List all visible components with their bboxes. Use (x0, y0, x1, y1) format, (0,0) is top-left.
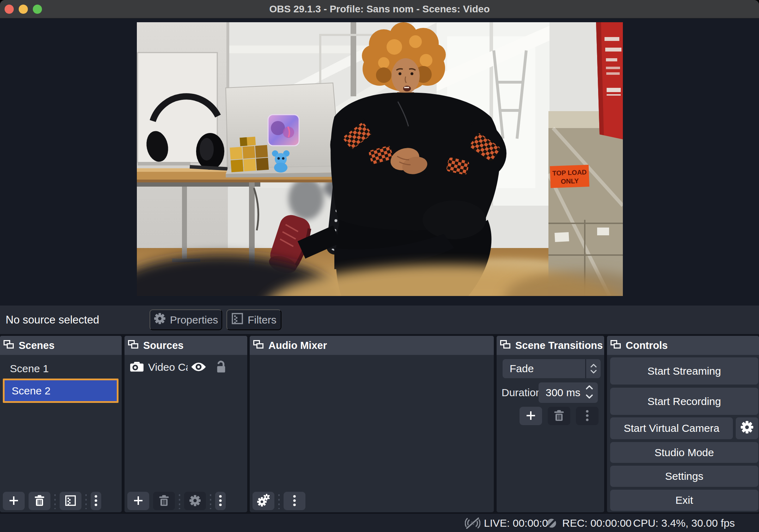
duration-label: Duration (502, 387, 541, 399)
source-item-label: Video Cap (148, 361, 188, 373)
chevron-up-down-icon (585, 359, 601, 378)
source-status-text: No source selected (6, 306, 99, 334)
mixer-settings-button[interactable] (253, 492, 274, 510)
source-properties-button[interactable] (184, 492, 206, 510)
filters-button[interactable]: Filters (226, 309, 281, 330)
red-warning-sign (596, 22, 623, 139)
add-source-button[interactable] (127, 492, 149, 510)
cpu-usage: CPU: 3.4%, 30.00 fps (633, 514, 735, 532)
scene-transitions-panel-title: Scene Transitions (515, 340, 603, 351)
remove-scene-button[interactable] (29, 492, 50, 510)
duration-value: 300 ms (546, 382, 580, 403)
source-toolbar: No source selected Properties (0, 306, 759, 334)
toolbar-separator (54, 493, 56, 509)
virtual-camera-settings-button[interactable] (736, 417, 758, 439)
camera-icon (130, 361, 144, 374)
spinner-up-icon[interactable] (585, 385, 594, 391)
sources-menu-button[interactable] (215, 492, 226, 510)
status-bar: LIVE: 00:00:00 REC: 00:00:00 CPU: 3.4%, … (0, 513, 759, 532)
svg-text:ONLY: ONLY (561, 177, 579, 185)
transition-properties-button[interactable] (576, 407, 599, 425)
studio-mode-button[interactable]: Studio Mode (610, 442, 758, 463)
sources-panel: Sources Video Cap (125, 336, 247, 512)
source-item[interactable]: Video Cap (125, 358, 247, 376)
ellipsis-icon (95, 495, 97, 508)
record-status-icon (546, 514, 557, 532)
titlebar: OBS 29.1.3 - Profile: Sans nom - Scenes:… (0, 0, 759, 18)
properties-button[interactable]: Properties (150, 309, 222, 330)
ellipsis-icon (586, 410, 589, 423)
trash-icon (554, 410, 564, 422)
scenes-menu-button[interactable] (91, 492, 101, 510)
dock-float-icon (611, 339, 621, 352)
filters-icon (231, 313, 243, 327)
trash-icon (35, 495, 44, 507)
trash-icon (159, 495, 169, 507)
remove-source-button[interactable] (153, 492, 175, 510)
scene-transitions-panel: Scene Transitions Fade Duration 300 ms (497, 336, 604, 512)
live-timer: LIVE: 00:00:00 (484, 514, 554, 532)
toolbar-separator (179, 493, 180, 509)
window-title: OBS 29.1.3 - Profile: Sans nom - Scenes:… (0, 0, 759, 18)
gear-icon (154, 313, 166, 327)
preview-area: TOP LOAD ONLY (0, 18, 759, 306)
sources-toolbar (127, 492, 226, 510)
video-scene: TOP LOAD ONLY (137, 22, 623, 296)
mixer-toolbar (253, 492, 305, 510)
scene-transitions-panel-header[interactable]: Scene Transitions (497, 336, 604, 355)
mixer-menu-button[interactable] (284, 492, 305, 510)
scenes-panel-title: Scenes (19, 340, 55, 351)
toolbar-separator (210, 493, 211, 509)
filters-icon (65, 495, 76, 507)
audio-mixer-panel-header[interactable]: Audio Mixer (250, 336, 494, 355)
toolbar-separator (85, 493, 87, 509)
eye-icon (190, 361, 207, 374)
scenes-panel-header[interactable]: Scenes (0, 336, 122, 355)
audio-mixer-panel: Audio Mixer (250, 336, 494, 512)
add-scene-button[interactable] (3, 492, 25, 510)
gear-icon (189, 495, 201, 508)
duration-input[interactable]: 300 ms (539, 382, 598, 403)
scenes-toolbar (3, 492, 101, 510)
audio-mixer-panel-title: Audio Mixer (268, 340, 327, 351)
transitions-toolbar (520, 407, 599, 425)
laptop-sticker (268, 115, 299, 146)
dock-float-icon (4, 339, 14, 352)
controls-panel-title: Controls (626, 340, 668, 351)
source-lock-button[interactable] (216, 361, 226, 374)
transition-select[interactable]: Fade (503, 359, 601, 378)
spinner-down-icon[interactable] (585, 394, 594, 400)
video-preview[interactable]: TOP LOAD ONLY (137, 22, 623, 296)
start-virtual-camera-button[interactable]: Start Virtual Camera (610, 417, 733, 439)
rec-timer: REC: 00:00:00 (562, 514, 632, 532)
plus-icon (8, 495, 19, 507)
sources-panel-header[interactable]: Sources (125, 336, 247, 355)
exit-button[interactable]: Exit (610, 490, 758, 511)
remove-transition-button[interactable] (548, 407, 570, 425)
dock-float-icon (253, 339, 264, 352)
settings-button[interactable]: Settings (610, 466, 758, 487)
svg-text:TOP LOAD: TOP LOAD (552, 168, 587, 177)
start-streaming-button[interactable]: Start Streaming (610, 357, 758, 385)
transition-select-value: Fade (510, 359, 534, 378)
gear-icon (740, 421, 754, 436)
source-visibility-button[interactable] (190, 361, 207, 374)
scene-filters-button[interactable] (60, 492, 81, 510)
plus-icon (526, 410, 536, 422)
add-transition-button[interactable] (520, 407, 542, 425)
toolbar-separator (278, 493, 280, 509)
start-recording-button[interactable]: Start Recording (610, 388, 758, 415)
scenes-panel: Scenes Scene 1 Scene 2 (0, 336, 122, 512)
top-load-only-sign: TOP LOAD ONLY (550, 165, 589, 188)
plus-icon (133, 495, 144, 507)
dock-float-icon (128, 339, 139, 352)
dock-panels: Scenes Scene 1 Scene 2 (0, 334, 759, 513)
scene-item-2[interactable]: Scene 2 (3, 379, 119, 403)
controls-panel-header[interactable]: Controls (607, 336, 759, 355)
controls-panel: Controls Start Streaming Start Recording… (607, 336, 759, 512)
dock-float-icon (500, 339, 511, 352)
ellipsis-icon (293, 495, 296, 508)
scene-item-1[interactable]: Scene 1 (0, 361, 122, 377)
double-gear-icon (257, 494, 270, 508)
obs-window: OBS 29.1.3 - Profile: Sans nom - Scenes:… (0, 0, 759, 532)
